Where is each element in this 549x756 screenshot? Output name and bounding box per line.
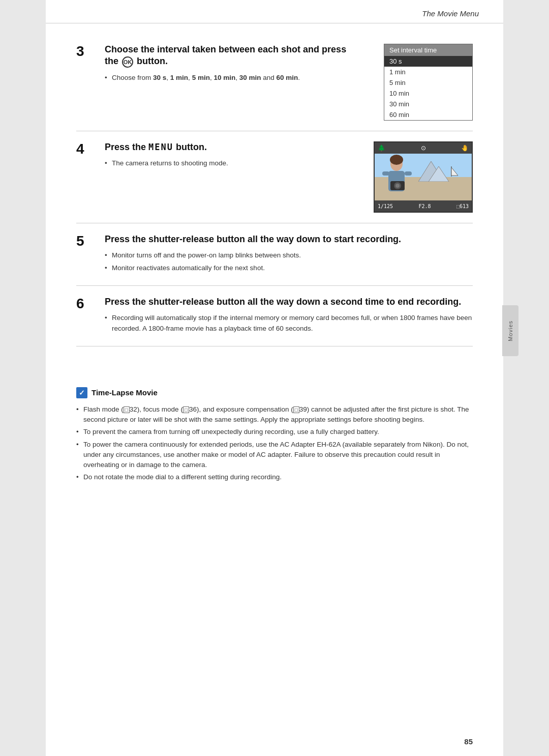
- menu-text: MENU: [148, 142, 173, 152]
- step-3-heading: Choose the interval taken between each s…: [105, 44, 361, 68]
- step-4-bullet-1: The camera returns to shooting mode.: [105, 158, 361, 168]
- interval-item-5min: 5 min: [384, 77, 472, 88]
- step-4-section: 4 Press the MENU button. The camera retu…: [76, 131, 473, 223]
- step-6-section: 6 Press the shutter-release button all t…: [76, 286, 473, 346]
- vf-hand-icon: 🤚: [461, 144, 469, 152]
- step-3-bullets: Choose from 30 s, 1 min, 5 min, 10 min, …: [105, 73, 361, 83]
- step-3-bullet-1: Choose from 30 s, 1 min, 5 min, 10 min, …: [105, 73, 361, 83]
- step-4-bullets: The camera returns to shooting mode.: [105, 158, 361, 168]
- vf-aperture: F2.8: [418, 203, 431, 209]
- main-content: 3 Choose the interval taken between each…: [46, 23, 503, 505]
- step-5-content: Press the shutter-release button all the…: [105, 234, 473, 275]
- svg-point-11: [395, 184, 400, 188]
- note-header: ✓ Time-Lapse Movie: [76, 387, 473, 398]
- page-number: 85: [464, 737, 473, 746]
- interval-item-60min: 60 min: [384, 109, 472, 120]
- step-4-number: 4: [76, 141, 95, 213]
- step-5-bullet-1: Monitor turns off and the power-on lamp …: [105, 250, 473, 260]
- step-3-side: Set interval time 30 s 1 min 5 min 10 mi…: [371, 44, 473, 121]
- viewfinder-top-bar: 🌲 ⊙ 🤚: [375, 142, 472, 154]
- interval-item-1min: 1 min: [384, 67, 472, 77]
- note-bullet-4: Do not rotate the mode dial to a differe…: [76, 472, 473, 482]
- side-tab-label: Movies: [507, 321, 513, 341]
- page: The Movie Menu Movies 3 Choose the inter…: [46, 0, 503, 756]
- camera-viewfinder: 🌲 ⊙ 🤚: [374, 141, 473, 213]
- step-5-heading: Press the shutter-release button all the…: [105, 234, 473, 245]
- step-5-bullet-2: Monitor reactivates automatically for th…: [105, 263, 473, 273]
- viewfinder-scene: [375, 154, 472, 200]
- interval-dropdown-header: Set interval time: [384, 44, 472, 56]
- vf-circle-icon: ⊙: [421, 144, 426, 152]
- vf-tree-icon: 🌲: [378, 144, 385, 152]
- step-4-side: 🌲 ⊙ 🤚: [371, 141, 473, 213]
- side-tab: Movies: [502, 305, 518, 356]
- mountains-svg: [418, 156, 459, 182]
- step-6-heading: Press the shutter-release button all the…: [105, 296, 473, 308]
- ok-button-icon: OK: [122, 56, 133, 68]
- step-3-content: Choose the interval taken between each s…: [105, 44, 361, 121]
- step-6-number: 6: [76, 296, 95, 336]
- svg-rect-7: [382, 171, 389, 176]
- note-icon: ✓: [76, 387, 87, 398]
- page-header: The Movie Menu: [46, 0, 503, 23]
- step-6-content: Press the shutter-release button all the…: [105, 296, 473, 336]
- page-footer: 85: [464, 737, 473, 746]
- vf-shutter-speed: 1/125: [378, 203, 393, 209]
- interval-item-10min: 10 min: [384, 88, 472, 99]
- step-4-heading: Press the MENU button.: [105, 141, 361, 153]
- interval-item-30s: 30 s: [384, 56, 472, 67]
- step-3-section: 3 Choose the interval taken between each…: [76, 34, 473, 131]
- vf-frames: ⬚613: [456, 203, 469, 209]
- note-bullets: Flash mode (□32), focus mode (□36), and …: [76, 404, 473, 483]
- svg-point-5: [390, 155, 403, 165]
- note-title: Time-Lapse Movie: [92, 388, 158, 397]
- step-3-number: 3: [76, 44, 95, 121]
- step-5-bullets: Monitor turns off and the power-on lamp …: [105, 250, 473, 273]
- step-4-content: Press the MENU button. The camera return…: [105, 141, 361, 213]
- step-6-bullet-1: Recording will automatically stop if the…: [105, 313, 473, 334]
- viewfinder-bottom-bar: 1/125 F2.8 ⬚613: [375, 200, 472, 212]
- note-bullet-1: Flash mode (□32), focus mode (□36), and …: [76, 404, 473, 425]
- step-5-number: 5: [76, 234, 95, 275]
- note-bullet-2: To prevent the camera from turning off u…: [76, 427, 473, 437]
- header-title: The Movie Menu: [422, 9, 479, 18]
- interval-item-30min: 30 min: [384, 99, 472, 109]
- person-svg: [377, 155, 418, 200]
- step-5-section: 5 Press the shutter-release button all t…: [76, 223, 473, 286]
- note-bullet-3: To power the camera continuously for ext…: [76, 440, 473, 471]
- svg-marker-3: [451, 167, 458, 176]
- note-section: ✓ Time-Lapse Movie Flash mode (□32), foc…: [76, 377, 473, 490]
- interval-dropdown: Set interval time 30 s 1 min 5 min 10 mi…: [384, 44, 473, 121]
- svg-rect-8: [405, 171, 412, 176]
- step-6-bullets: Recording will automatically stop if the…: [105, 313, 473, 334]
